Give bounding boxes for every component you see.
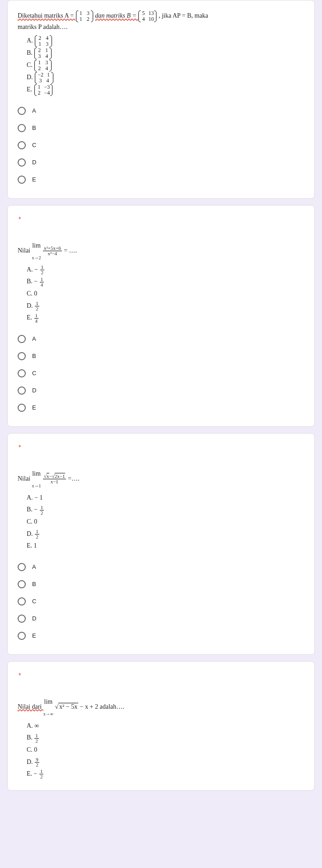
q2-options: A B C D E bbox=[18, 330, 304, 416]
matrix-B: 513 410 bbox=[138, 10, 156, 22]
q2-option-E[interactable]: E bbox=[18, 399, 304, 416]
q4-sub-B: B. 12 bbox=[27, 732, 304, 744]
q2-sub-E: E. 14 bbox=[27, 312, 304, 324]
q3-option-A[interactable]: A bbox=[18, 558, 304, 576]
q3-option-D[interactable]: D bbox=[18, 610, 304, 627]
q1-option-D[interactable]: D bbox=[18, 154, 304, 171]
required-marker: * bbox=[18, 444, 304, 451]
q3-sub-C: C. 0 bbox=[27, 516, 304, 528]
radio-icon bbox=[18, 158, 26, 167]
q1-options: A B C D E bbox=[18, 102, 304, 188]
question-text-3: Nilai limx→1 √x−√2x−1 x−1 =…. bbox=[18, 469, 304, 489]
radio-icon bbox=[18, 404, 26, 412]
radio-icon bbox=[18, 369, 26, 377]
q4-sub-D: D. 92 bbox=[27, 756, 304, 768]
q2-sub-D: D. 12 bbox=[27, 300, 304, 312]
radio-icon bbox=[18, 352, 26, 360]
q1-option-C[interactable]: C bbox=[18, 137, 304, 154]
q1-sub-A: A. 2413 bbox=[27, 35, 304, 47]
q4-sub-E: E. − 12 bbox=[27, 768, 304, 780]
q3-sub-A: A. − 1 bbox=[27, 492, 304, 504]
radio-icon bbox=[18, 124, 26, 132]
q3-option-C[interactable]: C bbox=[18, 593, 304, 610]
radio-icon bbox=[18, 632, 26, 640]
radio-icon bbox=[18, 597, 26, 606]
question-card-4: * Nilai dari limx→∞ √x² − 5x − x + 2 ada… bbox=[7, 661, 315, 791]
matrix-A: 13 12 bbox=[76, 10, 93, 22]
q2-sub-B: B. − 14 bbox=[27, 276, 304, 288]
question-card-1: Diketahui matriks A = 13 12 dan matriks … bbox=[7, 0, 315, 199]
question-text-4: Nilai dari limx→∞ √x² − 5x − x + 2 adala… bbox=[18, 697, 304, 717]
required-marker: * bbox=[18, 672, 304, 679]
question-card-2: * Nilai limx→2 x²+5x+6 x²−4 = …. A. − 12… bbox=[7, 205, 315, 427]
q2-option-B[interactable]: B bbox=[18, 348, 304, 365]
q1-sub-C: C. 1324 bbox=[27, 59, 304, 72]
required-marker: * bbox=[18, 215, 304, 223]
radio-icon bbox=[18, 107, 26, 115]
radio-icon bbox=[18, 563, 26, 571]
q3-sub-B: B. − 12 bbox=[27, 504, 304, 516]
q3-sub-D: D. 12 bbox=[27, 528, 304, 540]
radio-icon bbox=[18, 141, 26, 149]
radio-icon bbox=[18, 580, 26, 588]
q1-option-B[interactable]: B bbox=[18, 119, 304, 137]
q1-sub-D: D. −2134 bbox=[27, 72, 304, 84]
question-text-1: Diketahui matriks A = 13 12 dan matriks … bbox=[18, 10, 304, 32]
q1-sub-B: B. 2134 bbox=[27, 47, 304, 59]
q3-options: A B C D E bbox=[18, 558, 304, 644]
radio-icon bbox=[18, 176, 26, 184]
q3-option-B[interactable]: B bbox=[18, 576, 304, 593]
radio-icon bbox=[18, 615, 26, 623]
q2-sub-A: A. − 12 bbox=[27, 264, 304, 276]
q2-option-D[interactable]: D bbox=[18, 382, 304, 399]
q2-sub-C: C. 0 bbox=[27, 288, 304, 300]
q3-sub-E: E. 1 bbox=[27, 540, 304, 552]
q3-option-E[interactable]: E bbox=[18, 627, 304, 644]
q1-option-A[interactable]: A bbox=[18, 102, 304, 119]
q1-option-E[interactable]: E bbox=[18, 171, 304, 188]
question-text-2: Nilai limx→2 x²+5x+6 x²−4 = …. bbox=[18, 241, 304, 261]
radio-icon bbox=[18, 335, 26, 343]
q4-sub-A: A. ∞ bbox=[27, 720, 304, 732]
question-card-3: * Nilai limx→1 √x−√2x−1 x−1 =…. A. − 1 B… bbox=[7, 433, 315, 655]
q4-sub-C: C. 0 bbox=[27, 744, 304, 756]
q1-sub-E: E. 1−32−4 bbox=[27, 84, 304, 96]
q2-option-A[interactable]: A bbox=[18, 330, 304, 348]
q2-option-C[interactable]: C bbox=[18, 365, 304, 382]
radio-icon bbox=[18, 386, 26, 395]
